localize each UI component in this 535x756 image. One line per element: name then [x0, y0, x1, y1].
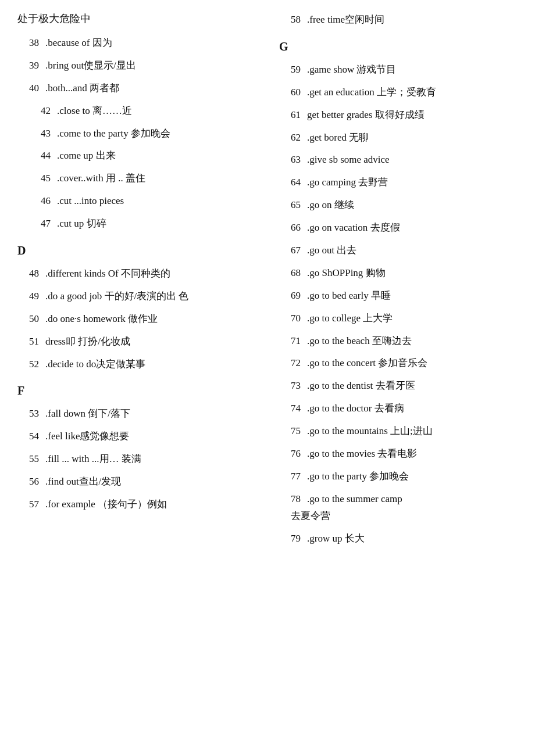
phrase-number: 79	[291, 531, 307, 547]
phrase-number: 70	[291, 310, 307, 327]
phrase-number: 78	[291, 491, 307, 508]
phrase-number: 49	[29, 288, 45, 305]
phrase-item: 62.get bored 无聊	[279, 130, 518, 146]
phrase-item: 69.go to bed early 早睡	[279, 288, 518, 304]
phrase-number: 52	[29, 356, 45, 373]
phrase-item: 65.go on 继续	[279, 197, 518, 214]
phrase-item: 76.go to the movies 去看电影	[279, 446, 518, 463]
phrase-item: 68.go ShOPPing 购物	[279, 265, 518, 282]
header-phrase: 处于极大危险中	[17, 12, 256, 26]
left-sections: D48.different kinds Of 不同种类的49.do a good…	[17, 244, 256, 513]
phrase-item: 63.give sb some advice	[279, 152, 518, 169]
phrase-number: 62	[291, 130, 307, 146]
phrase-item: 66.go on vacation 去度假	[279, 220, 518, 237]
right-top-items: 58.free time空闲时间	[279, 12, 518, 28]
phrase-number: 60	[291, 84, 307, 101]
phrase-number: 76	[291, 446, 307, 463]
phrase-number: 47	[41, 216, 57, 232]
phrase-number: 55	[29, 451, 45, 468]
phrase-item: 72.go to the concert 参加音乐会	[279, 355, 518, 372]
phrase-item: 67.go out 出去	[279, 242, 518, 259]
phrase-item: 40.both...and 两者都	[17, 80, 256, 97]
phrase-item: 46.cut ...into pieces	[17, 193, 256, 210]
phrase-number: 73	[291, 378, 307, 395]
phrase-item: 78.go to the summer camp去夏令营	[279, 491, 518, 525]
phrase-item: 52.decide to do决定做某事	[17, 356, 256, 373]
phrase-number: 66	[291, 220, 307, 237]
phrase-item: 53.fall down 倒下/落下	[17, 406, 256, 422]
phrase-number: 64	[291, 174, 307, 191]
phrase-item: 49.do a good job 干的好/表演的出 色	[17, 288, 256, 305]
phrase-number: 43	[41, 126, 57, 142]
phrase-item: 71.go to the beach 至嗨边去	[279, 333, 518, 350]
phrase-number: 42	[41, 103, 57, 120]
phrase-number: 75	[291, 423, 307, 440]
phrase-item: 38.because of 因为	[17, 35, 256, 52]
phrase-item: 64.go camping 去野营	[279, 174, 518, 191]
phrase-item: 54.feel like感觉像想要	[17, 428, 256, 445]
left-column: 处于极大危险中 38.because of 因为39.bring out使显示/…	[17, 12, 268, 553]
phrase-item: 60.get an education 上学；受教育	[279, 84, 518, 101]
phrase-item: 45.cover..with 用 .. 盖住	[17, 170, 256, 187]
phrase-number: 39	[29, 58, 45, 74]
phrase-item: 73.go to the dentist 去看牙医	[279, 378, 518, 395]
phrase-item: 61get better grades 取得好成绩	[279, 107, 518, 124]
phrase-number: 44	[41, 148, 57, 164]
section-letter: D	[17, 244, 256, 257]
section-letter: F	[17, 384, 256, 397]
phrase-number: 59	[291, 62, 307, 78]
phrase-number: 77	[291, 468, 307, 485]
phrase-item: 75.go to the mountains 上山;进山	[279, 423, 518, 440]
phrase-item: 77.go to the party 参加晚会	[279, 468, 518, 485]
phrase-number: 50	[29, 311, 45, 328]
phrase-number: 53	[29, 406, 45, 422]
phrase-item: 50.do one·s homework 做作业	[17, 311, 256, 328]
phrase-number: 69	[291, 288, 307, 304]
phrase-item: 44.come up 出来	[17, 148, 256, 164]
phrase-number: 68	[291, 265, 307, 282]
phrase-number: 58	[291, 12, 307, 28]
phrase-item: 42.close to 离……近	[17, 103, 256, 120]
right-sections: G59.game show 游戏节目60.get an education 上学…	[279, 40, 518, 547]
section-letter: G	[279, 40, 518, 53]
phrase-item: 79.grow up 长大	[279, 531, 518, 547]
phrase-item: 51dress叩 打扮/化妆成	[17, 334, 256, 350]
right-column: 58.free time空闲时间 G59.game show 游戏节目60.ge…	[268, 12, 518, 553]
phrase-item: 56.find out查出/发现	[17, 474, 256, 490]
phrase-number: 65	[291, 197, 307, 214]
phrase-number: 71	[291, 333, 307, 350]
phrase-number: 61	[291, 107, 307, 124]
phrase-item: 57.for example （接句子）例如	[17, 496, 256, 513]
phrase-number: 45	[41, 170, 57, 187]
phrase-item: 48.different kinds Of 不同种类的	[17, 266, 256, 282]
phrase-item: 55.fill ... with ...用… 装满	[17, 451, 256, 468]
phrase-number: 54	[29, 428, 45, 445]
phrase-item: 47.cut up 切碎	[17, 216, 256, 232]
phrase-number: 51	[29, 334, 45, 350]
phrase-item: 39.bring out使显示/显出	[17, 58, 256, 74]
phrase-number: 56	[29, 474, 45, 490]
phrase-number: 48	[29, 266, 45, 282]
phrase-number: 46	[41, 193, 57, 210]
phrase-item: 58.free time空闲时间	[279, 12, 518, 28]
phrase-number: 40	[29, 80, 45, 97]
phrase-item: 74.go to the doctor 去看病	[279, 400, 518, 417]
left-top-items: 38.because of 因为39.bring out使显示/显出40.bot…	[17, 35, 256, 232]
phrase-item: 59.game show 游戏节目	[279, 62, 518, 78]
phrase-number: 57	[29, 496, 45, 513]
phrase-number: 63	[291, 152, 307, 169]
phrase-number: 72	[291, 355, 307, 372]
phrase-number: 74	[291, 400, 307, 417]
phrase-item: 43.come to the party 参加晚会	[17, 126, 256, 142]
phrase-item: 70.go to college 上大学	[279, 310, 518, 327]
phrase-number: 38	[29, 35, 45, 52]
phrase-number: 67	[291, 242, 307, 259]
